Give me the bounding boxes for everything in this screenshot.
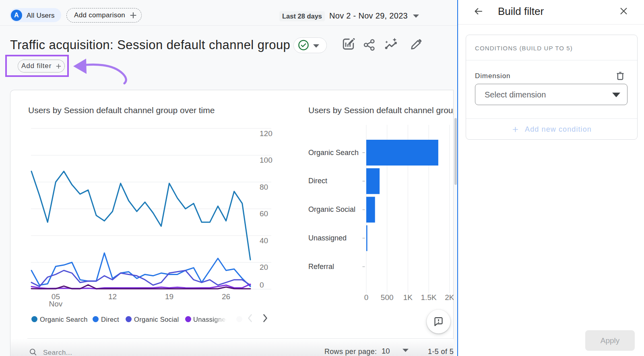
svg-text:0: 0	[260, 281, 264, 289]
svg-text:60: 60	[260, 209, 268, 218]
svg-text:80: 80	[260, 183, 268, 191]
svg-text:Direct: Direct	[308, 177, 327, 185]
svg-text:1.5K: 1.5K	[421, 293, 437, 302]
svg-text:26: 26	[222, 292, 230, 301]
svg-text:0: 0	[364, 293, 369, 302]
svg-text:Referral: Referral	[308, 263, 334, 271]
svg-text:120: 120	[260, 129, 272, 138]
svg-text:12: 12	[108, 292, 117, 301]
svg-text:100: 100	[260, 156, 272, 164]
svg-text:500: 500	[381, 293, 394, 302]
svg-text:40: 40	[260, 236, 268, 245]
svg-text:Organic Search: Organic Search	[308, 149, 359, 157]
svg-text:Users by Session default chann: Users by Session default channel group	[308, 106, 454, 115]
svg-text:Nov: Nov	[49, 300, 63, 308]
svg-text:1K: 1K	[403, 293, 413, 302]
svg-text:Unassigned: Unassigned	[308, 234, 347, 242]
svg-text:Organic Social: Organic Social	[308, 205, 355, 213]
svg-text:19: 19	[165, 292, 173, 301]
svg-text:2K: 2K	[445, 293, 454, 302]
svg-text:Users by Session default chann: Users by Session default channel group o…	[28, 106, 215, 115]
svg-text:20: 20	[260, 263, 268, 271]
